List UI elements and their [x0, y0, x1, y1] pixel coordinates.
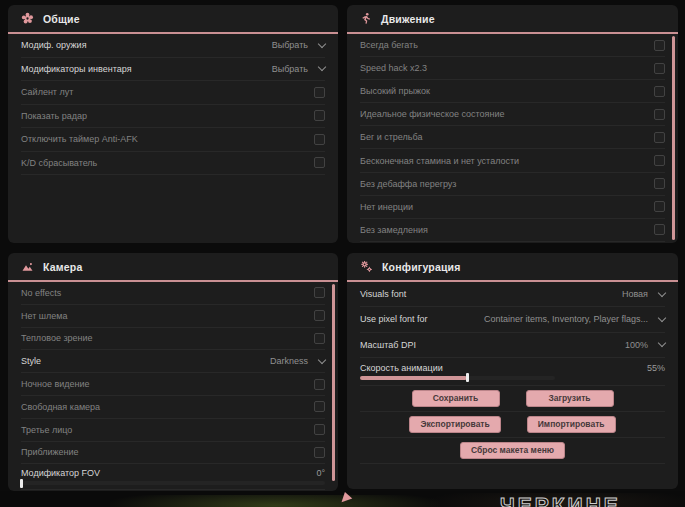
panel-content: Всегда бегатьSpeed hack x2.3Высокий прыж… — [347, 34, 678, 242]
slider-handle[interactable] — [20, 479, 23, 488]
slider-row-top: Модификатор FOV0° — [21, 468, 325, 478]
settings-row[interactable]: Без дебаффа перегруз — [360, 173, 665, 196]
checkbox[interactable] — [314, 310, 325, 321]
panel-camera: КамераNo effectsНет шлемаТепловое зрение… — [8, 253, 338, 491]
settings-row: Visuals fontНовая — [360, 282, 665, 307]
checkbox[interactable] — [314, 134, 325, 145]
checkbox[interactable] — [654, 109, 665, 120]
gears-icon — [360, 260, 373, 273]
chevron-down-icon — [318, 356, 326, 364]
settings-row[interactable]: K/D сбрасыватель — [21, 152, 325, 176]
panel-content: No effectsНет шлемаТепловое зрениеStyleD… — [8, 282, 338, 490]
checkbox[interactable] — [654, 155, 665, 166]
chevron-down-icon — [318, 40, 326, 48]
settings-row[interactable]: Ночное видение — [21, 373, 325, 396]
settings-row[interactable]: Нет инерции — [360, 196, 665, 219]
settings-row[interactable]: Speed hack x2.3 — [360, 57, 665, 80]
slider[interactable] — [21, 481, 325, 485]
row-label: Бесконечная стамина и нет усталости — [360, 156, 519, 166]
checkbox[interactable] — [654, 201, 665, 212]
settings-row[interactable]: Бег и стрельба — [360, 126, 665, 149]
slider-fill — [360, 376, 467, 380]
settings-row[interactable]: Идеальное физическое состояние — [360, 103, 665, 126]
runner-icon — [360, 12, 372, 25]
row-label: Отключить таймер Anti-AFK — [21, 134, 138, 144]
checkbox[interactable] — [314, 424, 325, 435]
settings-row: Сброс макета меню — [360, 438, 665, 464]
action-button[interactable]: Импортировать — [527, 416, 616, 433]
checkbox[interactable] — [314, 110, 325, 121]
checkbox[interactable] — [654, 86, 665, 97]
settings-row[interactable]: Показать радар — [21, 105, 325, 129]
panel-general: ОбщиеМодиф. оружияВыбратьМодификаторы ин… — [8, 5, 338, 243]
action-button[interactable]: Сохранить — [412, 390, 500, 407]
slider-value: 55% — [647, 363, 665, 373]
settings-row[interactable]: Без замедления — [360, 219, 665, 242]
dropdown-value: Выбрать — [272, 64, 308, 74]
row-label: K/D сбрасыватель — [21, 158, 97, 168]
checkbox[interactable] — [314, 287, 325, 298]
checkbox[interactable] — [654, 224, 665, 235]
row-label: No effects — [21, 288, 61, 298]
settings-row[interactable]: Отключить таймер Anti-AFK — [21, 128, 325, 152]
scrollbar[interactable] — [672, 36, 675, 240]
dropdown[interactable]: Новая — [622, 289, 665, 299]
settings-row[interactable]: Бесконечная стамина и нет усталости — [360, 149, 665, 172]
checkbox[interactable] — [654, 63, 665, 74]
background-text: ЧЕРКИНЕ — [500, 493, 621, 507]
panel-title: Общие — [43, 13, 80, 25]
row-label: Speed hack x2.3 — [360, 63, 427, 73]
checkbox[interactable] — [314, 401, 325, 412]
flower-gear-icon — [21, 12, 34, 25]
settings-row[interactable]: Высокий прыжок — [360, 80, 665, 103]
chevron-down-icon — [658, 288, 666, 296]
dropdown[interactable]: Выбрать — [272, 64, 325, 74]
action-button[interactable]: Экспортировать — [409, 416, 500, 433]
settings-row: Модификатор FOV0° — [21, 464, 325, 490]
settings-row[interactable]: Сайлент лут — [21, 81, 325, 105]
panel-header: Движение — [347, 5, 678, 34]
panel-content: Visuals fontНоваяUse pixel font forConta… — [347, 282, 678, 464]
dropdown[interactable]: 100% — [625, 340, 665, 350]
row-label: Масштаб DPI — [360, 340, 416, 350]
checkbox[interactable] — [314, 87, 325, 98]
slider-value: 0° — [316, 468, 325, 478]
action-button[interactable]: Сброс макета меню — [460, 442, 565, 459]
settings-row[interactable]: Приближение — [21, 442, 325, 465]
checkbox[interactable] — [654, 132, 665, 143]
checkbox[interactable] — [314, 157, 325, 168]
dropdown[interactable]: Выбрать — [272, 40, 325, 50]
settings-row[interactable]: No effects — [21, 282, 325, 305]
checkbox[interactable] — [654, 178, 665, 189]
row-label: Style — [21, 356, 41, 366]
slider-handle[interactable] — [466, 373, 469, 382]
action-button[interactable]: Загрузить — [526, 390, 614, 407]
settings-row: Модиф. оружияВыбрать — [21, 34, 325, 58]
dropdown[interactable]: Container items, Inventory, Player flags… — [484, 314, 665, 324]
row-label: Visuals font — [360, 289, 406, 299]
grass-texture — [110, 495, 440, 507]
image-icon — [21, 261, 34, 273]
scrollbar[interactable] — [332, 284, 335, 481]
row-label: Высокий прыжок — [360, 86, 430, 96]
checkbox[interactable] — [654, 40, 665, 51]
settings-row[interactable]: Нет шлема — [21, 305, 325, 328]
slider[interactable] — [360, 376, 555, 380]
settings-row[interactable]: Тепловое зрение — [21, 328, 325, 351]
checkbox[interactable] — [314, 379, 325, 390]
row-label: Свободная камера — [21, 402, 100, 412]
settings-row: StyleDarkness — [21, 350, 325, 373]
dropdown[interactable]: Darkness — [270, 356, 325, 366]
panel-title: Конфигурация — [382, 261, 461, 273]
panel-content: Модиф. оружияВыбратьМодификаторы инвента… — [8, 34, 338, 175]
panel-title: Камера — [43, 261, 82, 273]
checkbox[interactable] — [314, 447, 325, 458]
dropdown-value: Darkness — [270, 356, 308, 366]
checkbox[interactable] — [314, 333, 325, 344]
row-label: Ночное видение — [21, 379, 90, 389]
settings-row[interactable]: Свободная камера — [21, 396, 325, 419]
dropdown-value: Выбрать — [272, 40, 308, 50]
settings-row: Масштаб DPI100% — [360, 333, 665, 358]
settings-row[interactable]: Третье лицо — [21, 419, 325, 442]
settings-row[interactable]: Всегда бегать — [360, 34, 665, 57]
